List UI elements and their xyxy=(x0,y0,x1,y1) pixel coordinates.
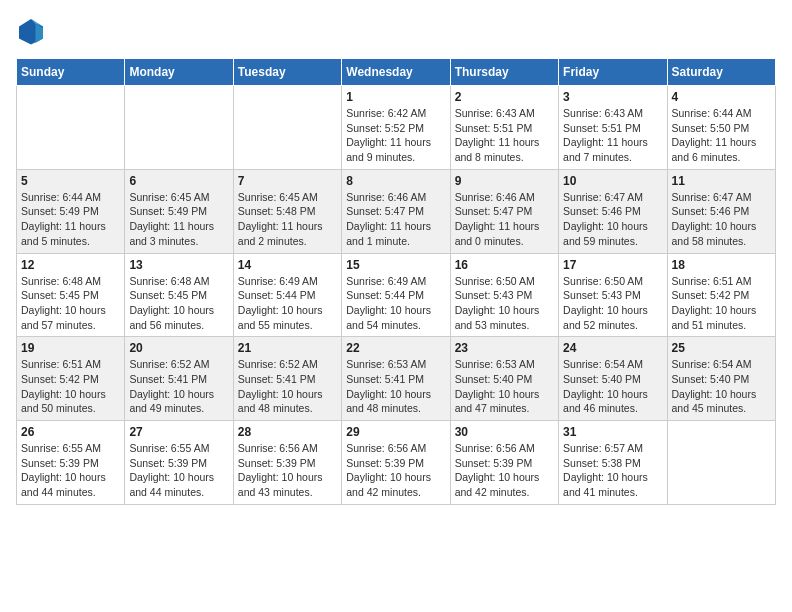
day-info: Sunrise: 6:54 AM Sunset: 5:40 PM Dayligh… xyxy=(563,357,662,416)
calendar-cell: 13Sunrise: 6:48 AM Sunset: 5:45 PM Dayli… xyxy=(125,253,233,337)
day-info: Sunrise: 6:52 AM Sunset: 5:41 PM Dayligh… xyxy=(238,357,337,416)
calendar-cell xyxy=(17,86,125,170)
day-number: 1 xyxy=(346,90,445,104)
day-info: Sunrise: 6:55 AM Sunset: 5:39 PM Dayligh… xyxy=(21,441,120,500)
day-info: Sunrise: 6:54 AM Sunset: 5:40 PM Dayligh… xyxy=(672,357,771,416)
calendar-week: 5Sunrise: 6:44 AM Sunset: 5:49 PM Daylig… xyxy=(17,169,776,253)
day-number: 3 xyxy=(563,90,662,104)
day-info: Sunrise: 6:47 AM Sunset: 5:46 PM Dayligh… xyxy=(672,190,771,249)
day-info: Sunrise: 6:44 AM Sunset: 5:49 PM Dayligh… xyxy=(21,190,120,249)
logo xyxy=(16,16,50,46)
calendar-cell xyxy=(233,86,341,170)
calendar-cell: 31Sunrise: 6:57 AM Sunset: 5:38 PM Dayli… xyxy=(559,421,667,505)
day-number: 12 xyxy=(21,258,120,272)
day-number: 6 xyxy=(129,174,228,188)
calendar-cell: 21Sunrise: 6:52 AM Sunset: 5:41 PM Dayli… xyxy=(233,337,341,421)
day-number: 9 xyxy=(455,174,554,188)
calendar-cell: 14Sunrise: 6:49 AM Sunset: 5:44 PM Dayli… xyxy=(233,253,341,337)
day-header: Wednesday xyxy=(342,59,450,86)
day-info: Sunrise: 6:48 AM Sunset: 5:45 PM Dayligh… xyxy=(21,274,120,333)
day-number: 10 xyxy=(563,174,662,188)
calendar-cell: 12Sunrise: 6:48 AM Sunset: 5:45 PM Dayli… xyxy=(17,253,125,337)
day-number: 13 xyxy=(129,258,228,272)
calendar-cell: 30Sunrise: 6:56 AM Sunset: 5:39 PM Dayli… xyxy=(450,421,558,505)
day-info: Sunrise: 6:43 AM Sunset: 5:51 PM Dayligh… xyxy=(563,106,662,165)
calendar-cell: 29Sunrise: 6:56 AM Sunset: 5:39 PM Dayli… xyxy=(342,421,450,505)
calendar-cell: 18Sunrise: 6:51 AM Sunset: 5:42 PM Dayli… xyxy=(667,253,775,337)
day-info: Sunrise: 6:57 AM Sunset: 5:38 PM Dayligh… xyxy=(563,441,662,500)
day-number: 26 xyxy=(21,425,120,439)
day-number: 8 xyxy=(346,174,445,188)
day-info: Sunrise: 6:42 AM Sunset: 5:52 PM Dayligh… xyxy=(346,106,445,165)
day-info: Sunrise: 6:50 AM Sunset: 5:43 PM Dayligh… xyxy=(563,274,662,333)
day-info: Sunrise: 6:53 AM Sunset: 5:41 PM Dayligh… xyxy=(346,357,445,416)
day-number: 18 xyxy=(672,258,771,272)
logo-icon xyxy=(16,16,46,46)
day-info: Sunrise: 6:55 AM Sunset: 5:39 PM Dayligh… xyxy=(129,441,228,500)
day-header: Friday xyxy=(559,59,667,86)
calendar-cell: 17Sunrise: 6:50 AM Sunset: 5:43 PM Dayli… xyxy=(559,253,667,337)
calendar-cell xyxy=(667,421,775,505)
day-number: 24 xyxy=(563,341,662,355)
day-info: Sunrise: 6:49 AM Sunset: 5:44 PM Dayligh… xyxy=(238,274,337,333)
day-info: Sunrise: 6:46 AM Sunset: 5:47 PM Dayligh… xyxy=(455,190,554,249)
day-info: Sunrise: 6:44 AM Sunset: 5:50 PM Dayligh… xyxy=(672,106,771,165)
day-number: 19 xyxy=(21,341,120,355)
day-number: 22 xyxy=(346,341,445,355)
day-number: 29 xyxy=(346,425,445,439)
day-number: 2 xyxy=(455,90,554,104)
day-header: Sunday xyxy=(17,59,125,86)
calendar-cell: 22Sunrise: 6:53 AM Sunset: 5:41 PM Dayli… xyxy=(342,337,450,421)
day-header: Monday xyxy=(125,59,233,86)
day-number: 11 xyxy=(672,174,771,188)
day-number: 15 xyxy=(346,258,445,272)
calendar-cell: 4Sunrise: 6:44 AM Sunset: 5:50 PM Daylig… xyxy=(667,86,775,170)
day-number: 16 xyxy=(455,258,554,272)
day-info: Sunrise: 6:46 AM Sunset: 5:47 PM Dayligh… xyxy=(346,190,445,249)
day-info: Sunrise: 6:43 AM Sunset: 5:51 PM Dayligh… xyxy=(455,106,554,165)
day-number: 25 xyxy=(672,341,771,355)
day-info: Sunrise: 6:49 AM Sunset: 5:44 PM Dayligh… xyxy=(346,274,445,333)
day-info: Sunrise: 6:51 AM Sunset: 5:42 PM Dayligh… xyxy=(672,274,771,333)
day-number: 30 xyxy=(455,425,554,439)
calendar: SundayMondayTuesdayWednesdayThursdayFrid… xyxy=(16,58,776,505)
calendar-cell: 23Sunrise: 6:53 AM Sunset: 5:40 PM Dayli… xyxy=(450,337,558,421)
calendar-cell: 16Sunrise: 6:50 AM Sunset: 5:43 PM Dayli… xyxy=(450,253,558,337)
day-number: 28 xyxy=(238,425,337,439)
calendar-cell: 24Sunrise: 6:54 AM Sunset: 5:40 PM Dayli… xyxy=(559,337,667,421)
day-info: Sunrise: 6:53 AM Sunset: 5:40 PM Dayligh… xyxy=(455,357,554,416)
calendar-cell: 2Sunrise: 6:43 AM Sunset: 5:51 PM Daylig… xyxy=(450,86,558,170)
calendar-week: 26Sunrise: 6:55 AM Sunset: 5:39 PM Dayli… xyxy=(17,421,776,505)
calendar-cell: 15Sunrise: 6:49 AM Sunset: 5:44 PM Dayli… xyxy=(342,253,450,337)
calendar-week: 1Sunrise: 6:42 AM Sunset: 5:52 PM Daylig… xyxy=(17,86,776,170)
day-info: Sunrise: 6:47 AM Sunset: 5:46 PM Dayligh… xyxy=(563,190,662,249)
calendar-cell: 10Sunrise: 6:47 AM Sunset: 5:46 PM Dayli… xyxy=(559,169,667,253)
day-info: Sunrise: 6:45 AM Sunset: 5:49 PM Dayligh… xyxy=(129,190,228,249)
day-info: Sunrise: 6:50 AM Sunset: 5:43 PM Dayligh… xyxy=(455,274,554,333)
day-info: Sunrise: 6:48 AM Sunset: 5:45 PM Dayligh… xyxy=(129,274,228,333)
calendar-week: 12Sunrise: 6:48 AM Sunset: 5:45 PM Dayli… xyxy=(17,253,776,337)
calendar-cell: 3Sunrise: 6:43 AM Sunset: 5:51 PM Daylig… xyxy=(559,86,667,170)
day-number: 14 xyxy=(238,258,337,272)
day-number: 4 xyxy=(672,90,771,104)
calendar-cell: 28Sunrise: 6:56 AM Sunset: 5:39 PM Dayli… xyxy=(233,421,341,505)
day-number: 21 xyxy=(238,341,337,355)
calendar-cell: 26Sunrise: 6:55 AM Sunset: 5:39 PM Dayli… xyxy=(17,421,125,505)
day-number: 20 xyxy=(129,341,228,355)
day-number: 17 xyxy=(563,258,662,272)
day-number: 27 xyxy=(129,425,228,439)
calendar-cell: 11Sunrise: 6:47 AM Sunset: 5:46 PM Dayli… xyxy=(667,169,775,253)
day-info: Sunrise: 6:56 AM Sunset: 5:39 PM Dayligh… xyxy=(238,441,337,500)
calendar-cell: 7Sunrise: 6:45 AM Sunset: 5:48 PM Daylig… xyxy=(233,169,341,253)
day-header: Thursday xyxy=(450,59,558,86)
calendar-cell: 8Sunrise: 6:46 AM Sunset: 5:47 PM Daylig… xyxy=(342,169,450,253)
calendar-cell: 9Sunrise: 6:46 AM Sunset: 5:47 PM Daylig… xyxy=(450,169,558,253)
calendar-cell: 19Sunrise: 6:51 AM Sunset: 5:42 PM Dayli… xyxy=(17,337,125,421)
day-header: Tuesday xyxy=(233,59,341,86)
day-number: 23 xyxy=(455,341,554,355)
calendar-cell: 5Sunrise: 6:44 AM Sunset: 5:49 PM Daylig… xyxy=(17,169,125,253)
page-header xyxy=(16,16,776,46)
calendar-cell xyxy=(125,86,233,170)
day-info: Sunrise: 6:45 AM Sunset: 5:48 PM Dayligh… xyxy=(238,190,337,249)
calendar-cell: 27Sunrise: 6:55 AM Sunset: 5:39 PM Dayli… xyxy=(125,421,233,505)
